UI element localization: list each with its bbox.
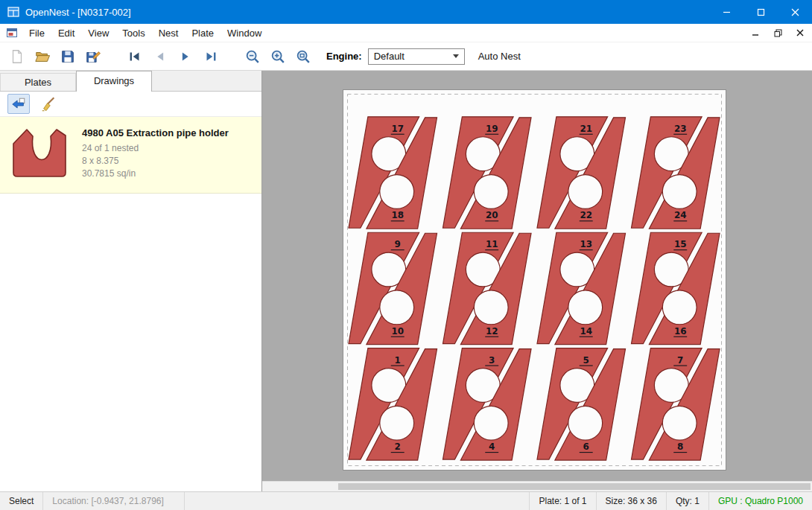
mdi-minimize-button[interactable]: [745, 25, 766, 40]
horizontal-scrollbar[interactable]: [262, 481, 812, 491]
new-file-button[interactable]: [4, 45, 30, 68]
horizontal-scrollbar-thumb[interactable]: [338, 483, 811, 490]
zoom-fit-button[interactable]: [291, 45, 316, 68]
go-next-button[interactable]: [173, 45, 198, 68]
go-previous-icon: [152, 48, 168, 65]
go-last-button[interactable]: [198, 45, 223, 68]
svg-text:7: 7: [677, 355, 683, 366]
mdi-minimize-icon: [752, 29, 759, 36]
sidebar-tabstrip: Plates Drawings: [0, 71, 261, 92]
tab-plates[interactable]: Plates: [0, 73, 76, 91]
svg-text:9: 9: [395, 239, 401, 249]
nest-part-pair[interactable]: 1920: [443, 117, 531, 229]
nest-part-pair[interactable]: 910: [349, 232, 437, 344]
close-button[interactable]: [778, 0, 812, 24]
open-file-icon: [34, 48, 51, 65]
svg-text:16: 16: [674, 326, 687, 337]
svg-text:21: 21: [580, 124, 592, 134]
status-qty: Qty: 1: [666, 492, 708, 510]
menu-nest[interactable]: Nest: [152, 25, 185, 41]
save-button[interactable]: [55, 45, 80, 68]
svg-text:5: 5: [583, 355, 589, 366]
menu-bar: File Edit View Tools Nest Plate Window: [0, 24, 812, 42]
go-first-icon: [127, 48, 143, 65]
zoom-out-icon: [244, 48, 261, 65]
nest-part-pair[interactable]: 1516: [631, 232, 720, 344]
main-toolbar: Engine: Default Auto Nest: [0, 42, 812, 71]
new-file-icon: [9, 48, 25, 65]
import-drawing-button[interactable]: [7, 94, 30, 114]
status-bar: Select Location: [-0.9437, 21.8796] Plat…: [0, 491, 812, 510]
svg-text:4: 4: [489, 442, 495, 452]
engine-select[interactable]: Default: [368, 48, 465, 65]
window-title: OpenNest - [N0317-002]: [25, 7, 131, 18]
save-edit-icon: [85, 48, 101, 65]
app-icon: [7, 6, 19, 18]
svg-text:19: 19: [486, 124, 498, 134]
go-previous-button[interactable]: [148, 45, 173, 68]
svg-text:20: 20: [486, 210, 498, 220]
nest-part-pair[interactable]: 34: [443, 348, 531, 460]
mdi-app-icon: [6, 27, 18, 39]
save-icon: [60, 48, 76, 65]
svg-text:2: 2: [395, 442, 401, 452]
maximize-button[interactable]: [743, 0, 778, 24]
clean-button[interactable]: [37, 94, 60, 114]
svg-text:11: 11: [486, 239, 498, 249]
nest-part-pair[interactable]: 2122: [537, 117, 626, 229]
clean-icon: [40, 96, 57, 112]
nest-part-pair[interactable]: 12: [349, 348, 437, 460]
plate-sheet[interactable]: 171819202122232491011121314151612345678: [343, 89, 726, 471]
zoom-out-button[interactable]: [240, 45, 265, 68]
mdi-close-button[interactable]: [790, 25, 811, 40]
minimize-icon: [723, 8, 731, 16]
close-icon: [791, 8, 799, 16]
zoom-in-icon: [270, 48, 286, 65]
drawing-area: 30.7815 sq/in: [82, 168, 229, 180]
nest-part-pair[interactable]: 78: [631, 348, 720, 460]
menu-file[interactable]: File: [22, 25, 51, 41]
app-window: OpenNest - [N0317-002] File Edit View To…: [0, 0, 812, 510]
nest-part-pair[interactable]: 1314: [537, 232, 626, 344]
menu-edit[interactable]: Edit: [51, 25, 81, 41]
zoom-in-button[interactable]: [265, 45, 291, 68]
menu-window[interactable]: Window: [221, 25, 268, 41]
save-edit-button[interactable]: [80, 45, 106, 68]
nest-layout: 171819202122232491011121314151612345678: [343, 90, 726, 470]
svg-text:22: 22: [580, 210, 592, 220]
svg-text:23: 23: [674, 124, 687, 134]
go-first-button[interactable]: [122, 45, 148, 68]
svg-text:6: 6: [583, 442, 589, 452]
tab-drawings[interactable]: Drawings: [76, 71, 152, 92]
maximize-icon: [757, 8, 765, 16]
svg-text:17: 17: [391, 124, 404, 134]
menu-tools[interactable]: Tools: [115, 25, 151, 41]
status-gpu: GPU : Quadro P1000: [708, 492, 812, 510]
mdi-restore-button[interactable]: [767, 25, 788, 40]
sidebar: Plates Drawings: [0, 71, 262, 491]
svg-text:12: 12: [486, 326, 498, 337]
engine-label: Engine:: [326, 51, 362, 62]
auto-nest-button[interactable]: Auto Nest: [478, 51, 521, 62]
svg-text:13: 13: [580, 239, 592, 249]
nest-part-pair[interactable]: 1112: [443, 232, 531, 344]
svg-text:1: 1: [395, 355, 401, 366]
go-last-icon: [203, 48, 219, 65]
chevron-down-icon: [453, 54, 459, 58]
drawing-list-item[interactable]: 4980 A05 Extraction pipe holder 24 of 1 …: [0, 117, 261, 194]
nest-part-pair[interactable]: 2324: [631, 117, 720, 229]
svg-text:14: 14: [580, 326, 592, 337]
status-mode: Select: [0, 492, 43, 510]
zoom-fit-icon: [295, 48, 311, 65]
menu-view[interactable]: View: [81, 25, 115, 41]
import-icon: [10, 96, 27, 112]
go-next-icon: [177, 48, 194, 65]
nest-canvas[interactable]: 171819202122232491011121314151612345678: [262, 71, 812, 491]
menu-plate[interactable]: Plate: [185, 25, 221, 41]
title-bar: OpenNest - [N0317-002]: [0, 0, 812, 24]
nest-part-pair[interactable]: 1718: [349, 117, 437, 229]
open-file-button[interactable]: [30, 45, 55, 68]
nest-part-pair[interactable]: 56: [537, 348, 626, 460]
drawing-title: 4980 A05 Extraction pipe holder: [82, 127, 229, 138]
minimize-button[interactable]: [709, 0, 743, 24]
